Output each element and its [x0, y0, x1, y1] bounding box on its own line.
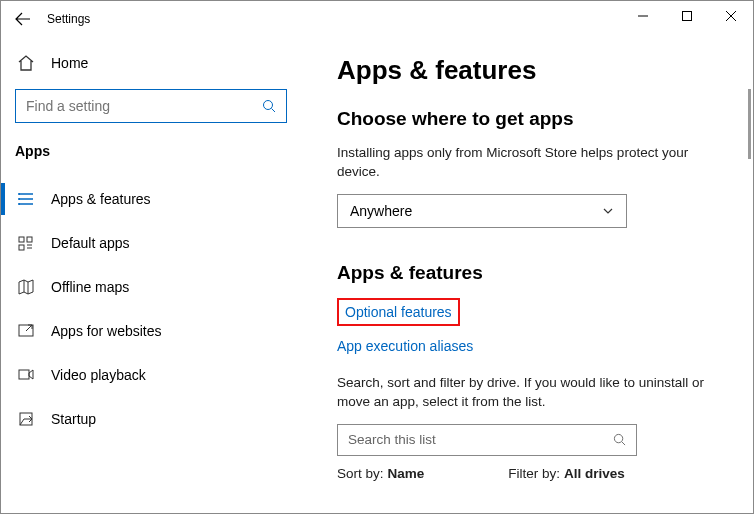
home-button[interactable]: Home — [15, 45, 287, 81]
svg-point-9 — [18, 193, 20, 195]
svg-rect-1 — [683, 12, 692, 21]
svg-rect-19 — [19, 370, 29, 379]
nav-label: Apps for websites — [51, 323, 162, 339]
window-title: Settings — [47, 12, 90, 26]
page-title: Apps & features — [337, 55, 711, 86]
sort-filter-row: Sort by: Name Filter by: All drives — [337, 466, 711, 481]
choose-description: Installing apps only from Microsoft Stor… — [337, 144, 711, 182]
svg-marker-20 — [29, 370, 33, 379]
scrollbar[interactable] — [748, 89, 751, 159]
home-icon — [17, 54, 35, 72]
apps-for-websites-icon — [17, 322, 35, 340]
svg-line-5 — [272, 109, 276, 113]
video-playback-icon — [17, 366, 35, 384]
maximize-button[interactable] — [665, 1, 709, 31]
optional-features-link[interactable]: Optional features — [337, 298, 460, 326]
nav-item-default-apps[interactable]: Default apps — [15, 221, 287, 265]
search-icon — [613, 433, 626, 446]
sort-value[interactable]: Name — [388, 466, 425, 481]
svg-line-23 — [622, 442, 625, 445]
svg-line-18 — [26, 325, 32, 331]
offline-maps-icon — [17, 278, 35, 296]
nav-item-video-playback[interactable]: Video playback — [15, 353, 287, 397]
search-icon — [262, 99, 276, 113]
app-source-select[interactable]: Anywhere — [337, 194, 627, 228]
svg-point-10 — [18, 198, 20, 200]
search-input[interactable] — [26, 98, 262, 114]
choose-heading: Choose where to get apps — [337, 108, 711, 130]
search-apps-input[interactable]: Search this list — [337, 424, 637, 456]
svg-rect-12 — [19, 237, 24, 242]
svg-rect-13 — [27, 237, 32, 242]
window-controls — [621, 1, 753, 31]
apps-features-subheading: Apps & features — [337, 262, 711, 284]
back-button[interactable] — [9, 5, 37, 33]
minimize-button[interactable] — [621, 1, 665, 31]
nav-list: Apps & features Default apps Offline map… — [15, 177, 287, 441]
search-apps-placeholder: Search this list — [348, 432, 436, 447]
filter-description: Search, sort and filter by drive. If you… — [337, 374, 711, 412]
svg-point-22 — [614, 434, 622, 442]
arrow-left-icon — [15, 11, 31, 27]
apps-features-icon — [17, 190, 35, 208]
default-apps-icon — [17, 234, 35, 252]
nav-item-apps-for-websites[interactable]: Apps for websites — [15, 309, 287, 353]
nav-label: Startup — [51, 411, 96, 427]
chevron-down-icon — [602, 205, 614, 217]
nav-item-offline-maps[interactable]: Offline maps — [15, 265, 287, 309]
home-label: Home — [51, 55, 88, 71]
app-source-value: Anywhere — [350, 203, 412, 219]
search-input-container[interactable] — [15, 89, 287, 123]
svg-point-11 — [18, 203, 20, 205]
nav-item-apps-features[interactable]: Apps & features — [15, 177, 287, 221]
startup-icon — [17, 410, 35, 428]
nav-label: Offline maps — [51, 279, 129, 295]
content-pane: Apps & features Choose where to get apps… — [301, 37, 753, 513]
section-label: Apps — [15, 143, 287, 159]
filter-value[interactable]: All drives — [564, 466, 625, 481]
svg-point-4 — [264, 101, 273, 110]
nav-label: Apps & features — [51, 191, 151, 207]
app-execution-aliases-link[interactable]: App execution aliases — [337, 336, 473, 356]
filter-label: Filter by: — [508, 466, 560, 481]
nav-label: Video playback — [51, 367, 146, 383]
svg-rect-14 — [19, 245, 24, 250]
close-button[interactable] — [709, 1, 753, 31]
nav-item-startup[interactable]: Startup — [15, 397, 287, 441]
nav-label: Default apps — [51, 235, 130, 251]
sort-label: Sort by: — [337, 466, 384, 481]
sidebar: Home Apps Apps & features Default apps — [1, 37, 301, 513]
